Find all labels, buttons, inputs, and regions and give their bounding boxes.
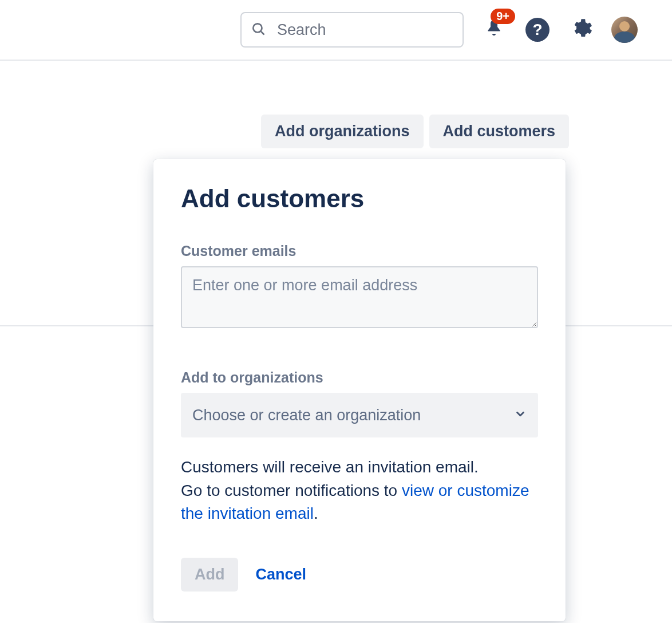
- organization-select-placeholder: Choose or create an organization: [192, 407, 421, 424]
- add-button[interactable]: Add: [181, 558, 238, 592]
- avatar: [611, 17, 638, 43]
- chevron-down-icon: [514, 407, 527, 424]
- customer-emails-section: Customer emails: [181, 243, 538, 330]
- gear-icon: [570, 17, 592, 42]
- notification-count-badge: 9+: [491, 9, 515, 24]
- info-line-1: Customers will receive an invitation ema…: [181, 458, 479, 476]
- help-button[interactable]: ?: [524, 17, 551, 43]
- app-header: 9+ ?: [0, 0, 672, 61]
- info-text: Customers will receive an invitation ema…: [181, 456, 538, 526]
- search-wrap: [240, 12, 464, 48]
- search-icon: [251, 21, 266, 38]
- panel-actions: Add Cancel: [181, 558, 538, 592]
- panel-title: Add customers: [181, 184, 538, 213]
- settings-button[interactable]: [568, 17, 594, 43]
- add-to-organizations-label: Add to organizations: [181, 369, 538, 386]
- add-organizations-button[interactable]: Add organizations: [261, 115, 424, 148]
- add-to-organizations-section: Add to organizations Choose or create an…: [181, 369, 538, 437]
- help-icon: ?: [525, 18, 550, 42]
- search-input[interactable]: [240, 12, 464, 48]
- profile-avatar-button[interactable]: [611, 17, 638, 43]
- add-customers-panel: Add customers Customer emails Add to org…: [153, 159, 566, 621]
- info-line-2a: Go to customer notifications to: [181, 482, 402, 499]
- notifications-button[interactable]: 9+: [481, 17, 507, 43]
- page-toolbar: Add organizations Add customers: [261, 115, 569, 148]
- info-line-2b: .: [314, 504, 318, 522]
- customer-emails-input[interactable]: [181, 266, 538, 328]
- cancel-button[interactable]: Cancel: [255, 566, 306, 583]
- add-customers-button[interactable]: Add customers: [429, 115, 570, 148]
- organization-select[interactable]: Choose or create an organization: [181, 393, 538, 437]
- svg-line-1: [261, 31, 264, 34]
- customer-emails-label: Customer emails: [181, 243, 538, 259]
